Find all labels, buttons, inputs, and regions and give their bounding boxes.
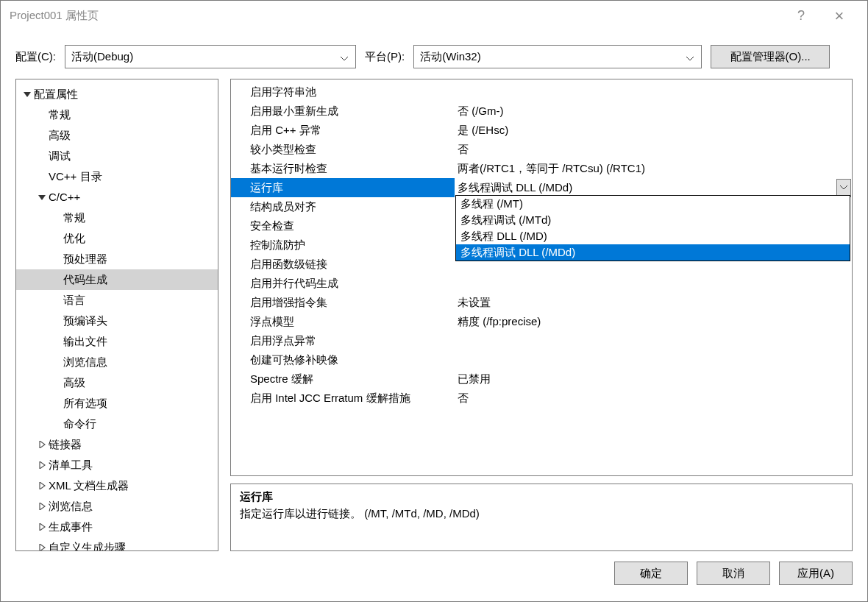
property-value[interactable] [455,350,852,369]
tree-item[interactable]: 代码生成 [16,269,218,290]
tree-item[interactable]: 浏览信息 [16,352,218,372]
tree-panel[interactable]: 配置属性常规高级调试VC++ 目录C/C++常规优化预处理器代码生成语言预编译头… [15,79,218,551]
tree-item-label: 生成事件 [49,518,93,536]
help-button[interactable]: ? [782,1,820,32]
dropdown-button[interactable] [836,179,851,197]
dropdown-item[interactable]: 多线程调试 DLL (/MDd) [456,244,850,261]
tree-item[interactable]: 浏览信息 [16,496,218,517]
tree-item[interactable]: 语言 [16,290,218,311]
property-name: 控制流防护 [231,236,455,255]
tree-item[interactable]: 链接器 [16,434,218,455]
config-label: 配置(C): [15,50,56,64]
tree-item[interactable]: 所有选项 [16,393,218,414]
property-row[interactable]: 启用并行代码生成 [231,274,852,293]
tree-item[interactable]: 生成事件 [16,517,218,537]
tree-twisty [37,482,47,489]
property-row[interactable]: 启用最小重新生成否 (/Gm-) [231,102,852,121]
tree-twisty [37,194,47,201]
tree-item-label: 代码生成 [63,271,107,288]
tree-item-label: XML 文档生成器 [49,477,129,495]
property-row[interactable]: Spectre 缓解已禁用 [231,369,852,389]
runtime-library-dropdown[interactable]: 多线程 (/MT)多线程调试 (/MTd)多线程 DLL (/MD)多线程调试 … [455,195,850,261]
dropdown-item[interactable]: 多线程调试 (/MTd) [456,212,850,228]
toolbar: 配置(C): 活动(Debug) 平台(P): 活动(Win32) 配置管理器(… [1,32,867,79]
property-value[interactable] [455,274,852,293]
property-row[interactable]: 启用字符串池 [231,82,852,102]
property-row[interactable]: 启用 Intel JCC Erratum 缓解措施否 [231,389,852,408]
tree-twisty [37,523,47,531]
property-value[interactable]: 未设置 [455,293,852,312]
property-row[interactable]: 浮点模型精度 (/fp:precise) [231,312,852,331]
property-value[interactable]: 精度 (/fp:precise) [455,312,852,331]
property-name: 创建可热修补映像 [231,350,455,369]
property-name: 启用字符串池 [231,82,455,102]
property-name: 基本运行时检查 [231,159,455,178]
apply-button[interactable]: 应用(A) [779,562,853,585]
tree-item[interactable]: 常规 [16,105,218,125]
tree-item[interactable]: 预处理器 [16,249,218,269]
property-name: Spectre 缓解 [231,369,455,389]
property-name: 安全检查 [231,216,455,236]
tree-item-label: C/C++ [49,188,80,206]
property-value[interactable]: 否 [455,389,852,408]
platform-combo[interactable]: 活动(Win32) [413,45,702,68]
tree-item[interactable]: C/C++ [16,187,218,208]
tree-item-label: 语言 [63,291,85,309]
config-manager-button[interactable]: 配置管理器(O)... [711,45,830,68]
property-row[interactable]: 基本运行时检查两者(/RTC1，等同于 /RTCsu) (/RTC1) [231,159,852,178]
property-row[interactable]: 启用增强指令集未设置 [231,293,852,312]
window-title: Project001 属性页 [10,9,782,23]
property-name: 启用增强指令集 [231,293,455,312]
config-combo[interactable]: 活动(Debug) [65,45,356,68]
property-value[interactable]: 是 (/EHsc) [455,121,852,140]
tree-item[interactable]: VC++ 目录 [16,166,218,187]
property-value[interactable] [455,82,852,102]
description-panel: 运行库 指定运行库以进行链接。 (/MT, /MTd, /MD, /MDd) [230,484,853,551]
tree-item[interactable]: 预编译头 [16,311,218,331]
dropdown-item[interactable]: 多线程 (/MT) [456,196,850,212]
property-name: 启用并行代码生成 [231,274,455,293]
property-value[interactable]: 已禁用 [455,369,852,389]
tree-item[interactable]: 常规 [16,208,218,228]
property-grid[interactable]: 启用字符串池启用最小重新生成否 (/Gm-)启用 C++ 异常是 (/EHsc)… [230,79,853,476]
property-value[interactable]: 两者(/RTC1，等同于 /RTCsu) (/RTC1) [455,159,852,178]
tree-item[interactable]: 自定义生成步骤 [16,537,218,551]
tree-item[interactable]: 输出文件 [16,331,218,352]
property-row[interactable]: 启用 C++ 异常是 (/EHsc) [231,121,852,140]
tree-item-label: 清单工具 [49,456,93,474]
property-row[interactable]: 启用浮点异常 [231,331,852,350]
property-name: 启用 Intel JCC Erratum 缓解措施 [231,389,455,408]
tree-item-label: 预处理器 [63,250,107,268]
tree-item[interactable]: XML 文档生成器 [16,475,218,496]
tree-item[interactable]: 高级 [16,372,218,393]
tree-item-label: 预编译头 [63,312,107,330]
ok-button[interactable]: 确定 [614,562,688,585]
bottom-bar: 确定 取消 应用(A) [1,551,867,595]
property-name: 启用最小重新生成 [231,102,455,121]
dropdown-item[interactable]: 多线程 DLL (/MD) [456,228,850,244]
tree-item-label: 优化 [63,230,85,247]
property-row[interactable]: 较小类型检查否 [231,140,852,159]
tree-item[interactable]: 配置属性 [16,84,218,105]
property-value[interactable] [455,331,852,350]
cancel-button[interactable]: 取消 [697,562,770,585]
close-button[interactable]: × [820,1,858,32]
tree-item[interactable]: 优化 [16,228,218,249]
tree-item-label: 链接器 [49,436,82,453]
tree-item-label: 命令行 [63,415,96,433]
property-value[interactable]: 否 (/Gm-) [455,102,852,121]
tree-item[interactable]: 调试 [16,146,218,166]
config-value: 活动(Debug) [71,50,339,64]
tree-item[interactable]: 清单工具 [16,455,218,475]
tree-twisty [37,503,47,510]
tree-item-label: 高级 [63,374,85,392]
property-row[interactable]: 创建可热修补映像 [231,350,852,369]
titlebar: Project001 属性页 ? × [1,1,867,32]
property-name: 较小类型检查 [231,140,455,159]
property-name: 启用浮点异常 [231,331,455,350]
tree-twisty [37,544,47,551]
tree-item-label: 自定义生成步骤 [49,539,126,551]
tree-item[interactable]: 命令行 [16,414,218,434]
tree-item[interactable]: 高级 [16,125,218,146]
property-value[interactable]: 否 [455,140,852,159]
